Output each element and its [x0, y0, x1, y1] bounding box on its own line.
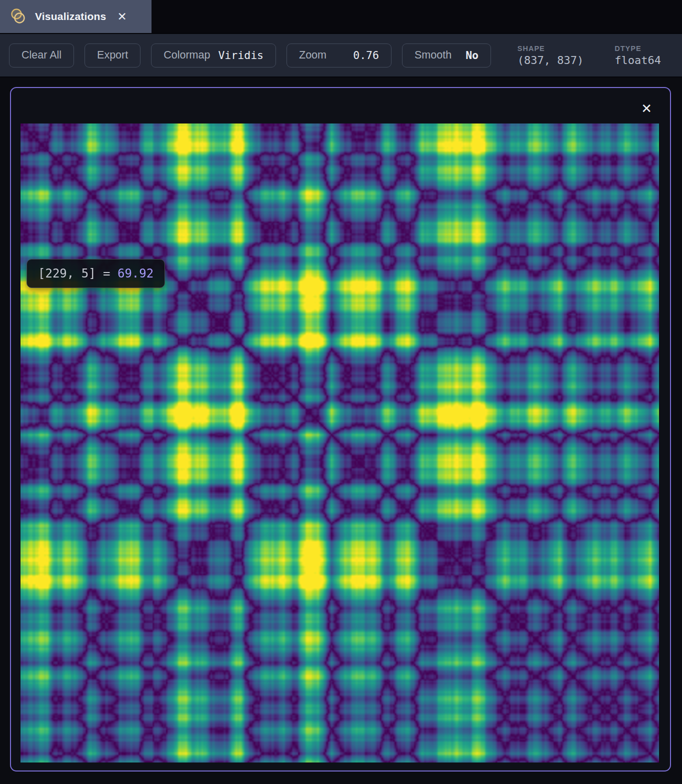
tab-bar: Visualizations ✕ [0, 0, 682, 33]
colormap-label: Colormap [164, 49, 210, 62]
zoom-control[interactable]: Zoom 0.76 [286, 44, 392, 68]
clear-all-button[interactable]: Clear All [9, 44, 74, 68]
shape-label: SHAPE [518, 44, 584, 52]
matrix-stats: SHAPE (837, 837) DTYPE float64 [518, 44, 661, 66]
smooth-value: No [466, 49, 478, 62]
zoom-label: Zoom [299, 49, 326, 62]
export-button[interactable]: Export [84, 44, 140, 68]
tab-label: Visualizations [35, 10, 106, 22]
colormap-button[interactable]: Colormap Viridis [151, 44, 276, 68]
tab-close-icon[interactable]: ✕ [117, 11, 126, 22]
colormap-value: Viridis [218, 49, 264, 62]
shape-value: (837, 837) [518, 54, 584, 66]
tooltip-value: 69.92 [118, 266, 154, 280]
venn-circles-icon [9, 8, 27, 26]
zoom-value: 0.76 [353, 49, 379, 62]
dtype-stat: DTYPE float64 [614, 44, 661, 66]
smooth-toggle[interactable]: Smooth No [402, 44, 491, 68]
panel-close-icon[interactable]: ✕ [641, 102, 652, 115]
toolbar: Clear All Export Colormap Viridis Zoom 0… [0, 33, 682, 78]
value-tooltip: [229, 5] = 69.92 [26, 259, 165, 288]
viewer-area: ✕ [229, 5] = 69.92 [0, 78, 682, 784]
heatmap-container [20, 124, 659, 762]
dtype-value: float64 [614, 54, 661, 66]
smooth-label: Smooth [414, 49, 452, 62]
tab-visualizations[interactable]: Visualizations ✕ [0, 0, 152, 33]
heatmap-canvas[interactable] [20, 124, 659, 762]
dtype-label: DTYPE [614, 44, 661, 52]
tooltip-coords: [229, 5] = [38, 266, 118, 280]
shape-stat: SHAPE (837, 837) [518, 44, 584, 66]
visualization-panel: ✕ [229, 5] = 69.92 [10, 87, 671, 772]
